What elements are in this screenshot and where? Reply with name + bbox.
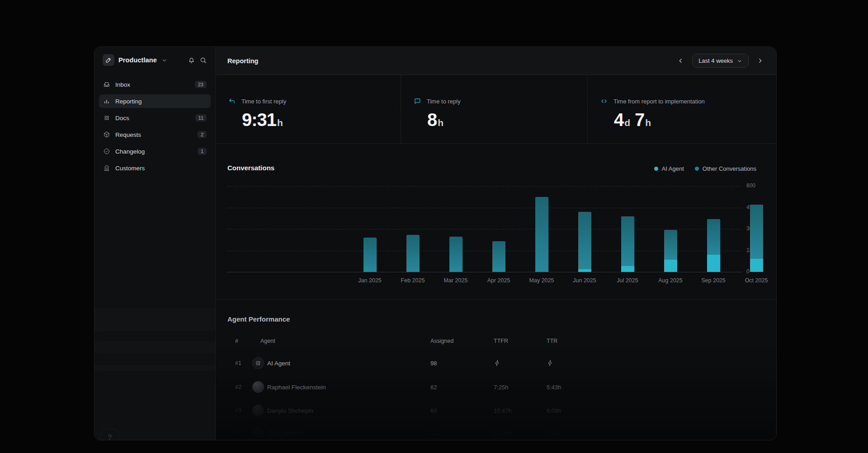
bar-segment-other — [664, 230, 677, 260]
bar-apr-2025[interactable] — [492, 241, 505, 272]
bell-icon[interactable] — [188, 56, 195, 64]
x-axis-tick-label: Sep 2025 — [693, 277, 734, 284]
sidebar-skeleton-stripe — [94, 341, 215, 353]
gridline — [226, 186, 742, 187]
atom-icon — [103, 114, 110, 121]
date-range-select[interactable]: Last 4 weeks — [692, 54, 749, 68]
main-panel: Reporting Last 4 weeks — [216, 47, 777, 440]
ttfr-cell: 7:25h — [494, 384, 509, 391]
bar-aug-2025[interactable] — [664, 230, 677, 272]
ttfr-cell: 12:56h — [494, 430, 512, 436]
avatar — [252, 427, 264, 439]
table-row[interactable]: #1AI Agent98 — [216, 352, 777, 374]
building-icon — [103, 164, 110, 172]
bar-segment-ai-agent — [578, 269, 591, 272]
count-badge: 1 — [198, 148, 207, 155]
table-row[interactable]: #2Raphael Fleckenstein627:25h5:43h — [216, 376, 777, 398]
agent-name-cell: Raphael Fleckenstein — [267, 384, 326, 391]
x-axis-tick-label: Apr 2025 — [478, 277, 519, 284]
bar-segment-other — [750, 205, 763, 259]
sidebar-item-label: Customers — [115, 165, 145, 172]
rank-cell: #3 — [235, 407, 241, 414]
legend-dot — [654, 167, 658, 171]
legend-item[interactable]: AI Agent — [654, 165, 684, 172]
sidebar-item-customers[interactable]: Customers — [99, 161, 211, 175]
bar-jul-2025[interactable] — [621, 216, 634, 272]
sidebar-item-inbox[interactable]: Inbox23 — [99, 78, 211, 91]
column-header: Assigned — [430, 338, 453, 344]
table-row[interactable]: #4Ciro Palmieri2312:56h1d 2h — [216, 422, 777, 440]
bar-segment-ai-agent — [750, 259, 763, 272]
bar-segment-ai-agent — [664, 260, 677, 272]
bar-feb-2025[interactable] — [406, 235, 420, 272]
chevron-right-icon — [757, 57, 764, 64]
sidebar-item-requests[interactable]: Requests2 — [99, 128, 211, 141]
bar-jan-2025[interactable] — [363, 238, 377, 272]
bar-sep-2025[interactable] — [707, 219, 720, 272]
x-axis-tick-label: Jan 2025 — [349, 277, 390, 284]
stat-value-number: 8 — [427, 110, 437, 130]
ttr-cell: 6:08h — [547, 407, 561, 414]
bar-jun-2025[interactable] — [578, 212, 591, 272]
chat-bubble-icon — [414, 98, 421, 105]
stat-value-number: 4 — [614, 110, 623, 130]
x-axis-tick-label: Feb 2025 — [392, 277, 433, 284]
bar-segment-other — [535, 197, 548, 272]
chart-legend: AI AgentOther Conversations — [654, 165, 756, 172]
count-badge: 2 — [198, 131, 207, 138]
sidebar-item-label: Docs — [115, 115, 129, 121]
bolt-icon — [547, 360, 554, 367]
chevron-down-icon[interactable] — [161, 57, 167, 63]
next-period-button[interactable] — [755, 56, 765, 66]
column-header: # — [235, 338, 238, 344]
legend-label: Other Conversations — [703, 165, 756, 172]
header-controls: Last 4 weeks — [675, 54, 765, 68]
stat-value-unit: d — [624, 117, 630, 128]
cube-icon — [103, 131, 110, 138]
sidebar-header: Productlane — [94, 47, 215, 73]
stat-card: Time to first reply9:31h — [216, 75, 401, 143]
stat-value-unit: h — [645, 117, 651, 128]
assigned-cell: 62 — [430, 384, 437, 391]
chevron-down-icon — [737, 58, 742, 64]
x-axis-tick-label: Oct 2025 — [736, 277, 777, 284]
prev-period-button[interactable] — [675, 56, 686, 66]
x-axis-tick-label: May 2025 — [521, 277, 562, 284]
sidebar-item-reporting[interactable]: Reporting — [99, 94, 211, 108]
stat-card: Time to reply8h — [401, 75, 588, 143]
ttr-cell: 1d 2h — [547, 430, 561, 436]
assigned-cell: 60 — [430, 407, 437, 414]
stat-value-number: 7 — [635, 110, 644, 130]
bar-oct-2025[interactable] — [750, 205, 763, 272]
sidebar-item-docs[interactable]: Docs11 — [99, 111, 211, 125]
legend-label: AI Agent — [662, 165, 684, 172]
agent-name-cell: AI Agent — [267, 360, 290, 367]
ttfr-cell: 10:47h — [494, 407, 512, 414]
stat-label-text: Time from report to implementation — [613, 98, 705, 105]
help-button[interactable]: ? — [100, 428, 120, 440]
bar-segment-ai-agent — [621, 266, 634, 272]
bolt-icon — [494, 360, 501, 367]
bar-may-2025[interactable] — [535, 197, 548, 272]
sidebar-item-label: Inbox — [115, 81, 130, 88]
inbox-icon — [103, 81, 110, 88]
stat-label-text: Time to first reply — [241, 98, 286, 105]
rank-cell: #1 — [235, 360, 241, 366]
table-row[interactable]: #3Danylo Shchepin6010:47h6:08h — [216, 400, 777, 421]
workspace-logo[interactable] — [103, 54, 114, 66]
workspace-name[interactable]: Productlane — [118, 56, 157, 64]
count-badge: 23 — [195, 81, 207, 88]
sidebar-item-label: Reporting — [115, 98, 142, 105]
legend-item[interactable]: Other Conversations — [695, 165, 756, 172]
y-axis-tick-label: 600 — [746, 182, 766, 189]
sidebar-item-changelog[interactable]: Changelog1 — [99, 145, 211, 158]
search-icon[interactable] — [199, 56, 207, 64]
rank-cell: #2 — [235, 384, 241, 390]
stat-card: Time from report to implementation4d7h — [588, 75, 777, 143]
agent-performance-section: Agent Performance #AgentAssignedTTFRTTR#… — [216, 299, 777, 440]
bar-segment-other — [707, 219, 720, 255]
check-circle-icon — [103, 148, 110, 155]
rank-cell: #4 — [235, 430, 241, 436]
page-title: Reporting — [227, 57, 258, 65]
bar-mar-2025[interactable] — [449, 237, 462, 272]
